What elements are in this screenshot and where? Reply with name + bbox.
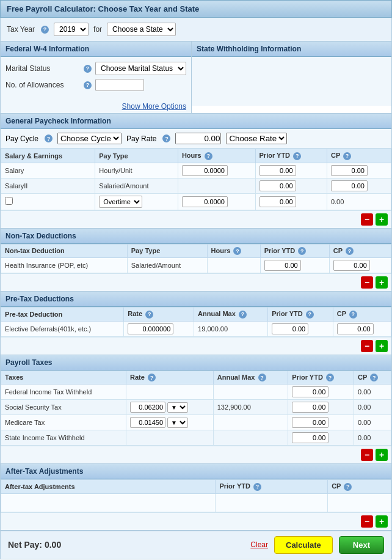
show-more-options[interactable]: Show More Options bbox=[1, 100, 191, 113]
overtime-type-select[interactable]: Overtime bbox=[99, 196, 142, 208]
col-pre-tax-rate: Rate ? bbox=[124, 308, 194, 322]
salary-name: Salary bbox=[1, 163, 95, 178]
elective-cp-input[interactable] bbox=[337, 323, 374, 334]
salary-hours bbox=[178, 163, 255, 178]
elective-rate-input[interactable] bbox=[128, 323, 173, 334]
tax-year-label: Tax Year bbox=[7, 25, 35, 34]
health-prior-ytd-input[interactable] bbox=[264, 260, 301, 271]
next-button[interactable]: Next bbox=[339, 536, 384, 554]
non-tax-header: Non-Tax Deductions bbox=[1, 229, 391, 244]
pre-tax-add-button[interactable]: + bbox=[376, 340, 388, 352]
salary2-cp bbox=[327, 178, 391, 193]
salary-cp-input[interactable] bbox=[331, 165, 368, 176]
marital-status-select[interactable]: Choose Marital Status bbox=[95, 62, 186, 75]
taxes-annual-info[interactable]: ? bbox=[258, 374, 266, 381]
tax-year-info-icon[interactable]: ? bbox=[41, 26, 49, 34]
fed-income-cp: 0.00 bbox=[354, 385, 391, 400]
state-income-prior-ytd-input[interactable] bbox=[292, 432, 328, 443]
medicare-annual-max bbox=[213, 415, 288, 430]
medicare-prior-ytd-input[interactable] bbox=[292, 417, 328, 428]
col-pay-type: Pay Type bbox=[95, 149, 178, 163]
pre-tax-cp-info[interactable]: ? bbox=[349, 311, 357, 319]
marital-info-icon[interactable]: ? bbox=[84, 65, 92, 73]
col-salary-earnings: Salary & Earnings bbox=[1, 149, 95, 163]
medicare-rate-input[interactable] bbox=[130, 417, 165, 428]
state-body bbox=[192, 57, 391, 106]
health-cp-input[interactable] bbox=[333, 260, 370, 271]
col-taxes-cp: CP ? bbox=[354, 370, 391, 385]
after-tax-prior-info[interactable]: ? bbox=[253, 483, 261, 491]
table-row: Federal Income Tax Withheld 0.00 bbox=[1, 385, 391, 400]
after-tax-cp-info[interactable]: ? bbox=[344, 483, 352, 491]
after-tax-btn-row: − + bbox=[1, 512, 391, 530]
medicare-rate-select[interactable]: ▼ bbox=[167, 418, 188, 428]
social-security-prior-ytd bbox=[288, 400, 354, 415]
non-tax-prior-info[interactable]: ? bbox=[298, 247, 306, 255]
fed-income-prior-ytd bbox=[288, 385, 354, 400]
allowances-input[interactable]: 0 bbox=[95, 79, 144, 91]
pre-tax-annual-info[interactable]: ? bbox=[239, 311, 247, 319]
salary2-cp-input[interactable] bbox=[331, 180, 368, 191]
payroll-taxes-add-button[interactable]: + bbox=[376, 449, 388, 461]
federal-section: Federal W-4 Information Marital Status ?… bbox=[1, 42, 192, 113]
pay-cycle-select[interactable]: Choose Cycle bbox=[57, 133, 122, 144]
social-security-rate-select[interactable]: ▼ bbox=[167, 402, 188, 413]
social-security-name: Social Security Tax bbox=[1, 400, 126, 415]
federal-body: Marital Status ? Choose Marital Status N… bbox=[1, 57, 191, 100]
cp-info-icon[interactable]: ? bbox=[343, 152, 351, 160]
overtime-hours-input[interactable] bbox=[182, 196, 228, 207]
state-select[interactable]: Choose a State bbox=[107, 23, 176, 36]
pre-tax-remove-button[interactable]: − bbox=[361, 340, 373, 352]
non-tax-add-button[interactable]: + bbox=[376, 276, 388, 289]
taxes-rate-info[interactable]: ? bbox=[148, 374, 156, 381]
pay-rate-info-icon[interactable]: ? bbox=[162, 134, 170, 142]
net-pay-value: 0.00 bbox=[45, 540, 61, 550]
salary-prior-ytd-input[interactable] bbox=[260, 165, 296, 176]
salary2-hours bbox=[178, 178, 255, 193]
pay-rate-type-select[interactable]: Choose Rate bbox=[226, 133, 287, 144]
col-after-tax-adj: After-tax Adjustments bbox=[1, 480, 216, 494]
social-security-rate-input[interactable] bbox=[130, 402, 165, 413]
payroll-taxes-table: Taxes Rate ? Annual Max ? Prior YTD ? CP… bbox=[1, 370, 391, 446]
col-non-tax-pay-type: Pay Type bbox=[127, 244, 207, 258]
pre-tax-rate-info[interactable]: ? bbox=[145, 311, 153, 319]
clear-button[interactable]: Clear bbox=[250, 540, 268, 549]
tax-year-row: Tax Year ? 2019 2018 2017 for Choose a S… bbox=[0, 18, 392, 42]
non-tax-remove-button[interactable]: − bbox=[361, 276, 373, 289]
allowances-info-icon[interactable]: ? bbox=[84, 81, 92, 89]
table-row bbox=[1, 493, 391, 512]
overtime-prior-ytd-input[interactable] bbox=[260, 196, 296, 207]
pay-cycle-info-icon[interactable]: ? bbox=[45, 134, 53, 142]
hours-info-icon[interactable]: ? bbox=[205, 152, 212, 160]
taxes-prior-info[interactable]: ? bbox=[326, 374, 334, 381]
social-security-prior-ytd-input[interactable] bbox=[292, 402, 328, 413]
net-pay-display: Net Pay: 0.00 bbox=[8, 540, 244, 550]
after-tax-remove-button[interactable]: − bbox=[361, 515, 373, 528]
salary2-prior-ytd-input[interactable] bbox=[260, 180, 296, 191]
taxes-cp-info[interactable]: ? bbox=[370, 374, 378, 381]
general-add-button[interactable]: + bbox=[376, 213, 388, 226]
non-tax-btn-row: − + bbox=[1, 273, 391, 291]
tax-year-select[interactable]: 2019 2018 2017 bbox=[54, 23, 89, 36]
payroll-taxes-remove-button[interactable]: − bbox=[361, 449, 373, 461]
calculate-button[interactable]: Calculate bbox=[274, 536, 333, 554]
salary-hours-input[interactable] bbox=[182, 165, 228, 176]
pay-rate-label: Pay Rate bbox=[126, 134, 156, 143]
federal-header: Federal W-4 Information bbox=[1, 42, 191, 57]
medicare-prior-ytd bbox=[288, 415, 354, 430]
fed-income-prior-ytd-input[interactable] bbox=[292, 386, 328, 397]
pre-tax-section: Pre-Tax Deductions Pre-tax Deduction Rat… bbox=[0, 292, 392, 355]
non-tax-hours-info[interactable]: ? bbox=[233, 247, 241, 255]
pay-rate-input[interactable] bbox=[175, 133, 221, 144]
overtime-checkbox[interactable] bbox=[5, 197, 13, 205]
elective-prior-ytd-input[interactable] bbox=[272, 323, 308, 334]
col-non-tax-hours: Hours ? bbox=[207, 244, 260, 258]
prior-ytd-info-icon[interactable]: ? bbox=[293, 152, 301, 160]
non-tax-cp-info[interactable]: ? bbox=[346, 247, 354, 255]
salary2-prior-ytd bbox=[255, 178, 327, 193]
pre-tax-prior-info[interactable]: ? bbox=[306, 311, 314, 319]
after-tax-add-button[interactable]: + bbox=[376, 515, 388, 528]
general-remove-button[interactable]: − bbox=[361, 213, 373, 226]
table-row: Salary Hourly/Unit bbox=[1, 163, 391, 178]
elective-deferrals-rate bbox=[124, 321, 194, 336]
